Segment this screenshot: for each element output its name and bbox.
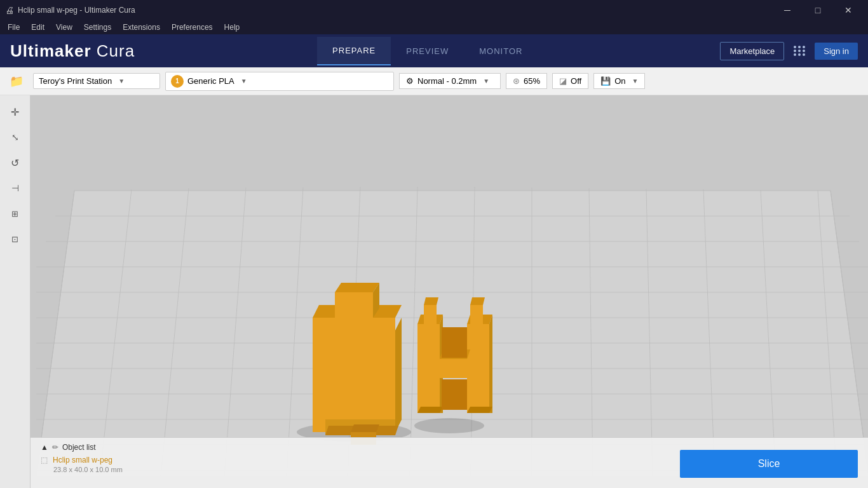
scale-icon: ⤡ [11, 132, 19, 142]
svg-marker-51 [467, 407, 492, 413]
menu-file[interactable]: File [3, 22, 25, 33]
header-right: Marketplace Sign in [720, 41, 858, 61]
move-tool-button[interactable]: ✛ [4, 100, 27, 123]
object-list-label: Object list [62, 443, 96, 452]
profile-dropdown-arrow: ▼ [483, 78, 489, 85]
viewport-canvas [31, 95, 868, 488]
svg-rect-57 [442, 379, 467, 410]
nav-tabs: PREPARE PREVIEW MONITOR [317, 37, 538, 65]
rotate-tool-button[interactable]: ↺ [4, 151, 27, 174]
printer-dropdown-arrow: ▼ [118, 78, 125, 85]
minimize-button[interactable]: ─ [773, 0, 802, 20]
folder-icon: 📁 [10, 74, 24, 88]
printer-name: Teroy's Print Station [39, 76, 112, 86]
tab-preview[interactable]: PREVIEW [391, 37, 464, 65]
settings-icon: ⚙ [406, 76, 414, 86]
titlebar: 🖨 Hclip small w-peg - Ultimaker Cura ─ □… [0, 0, 868, 20]
support-selector[interactable]: ⊛ 65% [506, 73, 547, 89]
rotate-icon: ↺ [11, 157, 19, 169]
maximize-button[interactable]: □ [803, 0, 832, 20]
toolbar: 📁 Teroy's Print Station ▼ 1 Generic PLA … [0, 67, 868, 95]
main-area: ✛ ⤡ ↺ ⊣ ⊞ ⊡ [0, 95, 868, 488]
move-icon: ✛ [11, 106, 19, 118]
svg-marker-36 [335, 283, 379, 292]
titlebar-controls: ─ □ ✕ [773, 0, 863, 20]
marketplace-button[interactable]: Marketplace [720, 42, 784, 60]
svg-rect-56 [442, 327, 467, 358]
logo-ultimaker: Ultimaker [10, 41, 92, 60]
infill-value: 65% [524, 76, 540, 86]
tab-prepare[interactable]: PREPARE [317, 37, 391, 65]
support-label: Off [571, 76, 581, 86]
material-selector[interactable]: 1 Generic PLA ▼ [165, 72, 394, 91]
mirror-tool-button[interactable]: ⊣ [4, 177, 27, 200]
svg-marker-47 [489, 315, 492, 413]
arrange-icon: ⊞ [11, 209, 18, 219]
slice-button-container: Slice [680, 450, 858, 478]
svg-rect-33 [313, 318, 395, 432]
menu-view[interactable]: View [51, 22, 78, 33]
svg-marker-50 [417, 407, 443, 413]
tools-sidebar: ✛ ⤡ ↺ ⊣ ⊞ ⊡ [0, 95, 31, 488]
svg-rect-45 [467, 324, 489, 413]
material-icon: 1 [171, 75, 184, 88]
arrange-tool-button[interactable]: ⊞ [4, 202, 27, 225]
header: Ultimaker Cura PREPARE PREVIEW MONITOR M… [0, 34, 868, 67]
svg-rect-52 [424, 305, 437, 324]
menu-settings[interactable]: Settings [79, 22, 116, 33]
support-icon: ⊛ [513, 76, 520, 86]
support-structure-icon: ◪ [559, 76, 567, 86]
svg-rect-42 [417, 324, 440, 413]
adhesion-label: On [614, 76, 625, 86]
adhesion-toggle[interactable]: 💾 On ▼ [593, 73, 645, 89]
support-tool-button[interactable]: ⊡ [4, 227, 27, 250]
svg-marker-41 [351, 424, 379, 432]
app-logo: Ultimaker Cura [10, 41, 135, 61]
svg-marker-53 [424, 297, 438, 305]
mirror-icon: ⊣ [11, 183, 19, 193]
menu-help[interactable]: Help [219, 22, 245, 33]
svg-rect-48 [440, 359, 467, 378]
3d-viewport[interactable]: ▲ ✏ Object list ⬚ Hclip small w-peg 23.8… [31, 95, 868, 488]
svg-rect-54 [470, 305, 483, 324]
profile-selector[interactable]: ⚙ Normal - 0.2mm ▼ [399, 73, 501, 89]
logo-cura: Cura [97, 41, 135, 60]
slice-button[interactable]: Slice [680, 450, 858, 478]
grid-icon [794, 46, 806, 56]
profile-name: Normal - 0.2mm [417, 76, 477, 86]
menu-extensions[interactable]: Extensions [118, 22, 165, 33]
save-to-disk-icon: 💾 [600, 76, 611, 86]
svg-point-29 [414, 418, 484, 433]
menu-edit[interactable]: Edit [26, 22, 50, 33]
svg-rect-35 [335, 292, 373, 318]
svg-marker-55 [470, 297, 485, 305]
menu-preferences[interactable]: Preferences [166, 22, 218, 33]
apps-grid-button[interactable] [789, 41, 810, 61]
menubar: File Edit View Settings Extensions Prefe… [0, 20, 868, 34]
tab-monitor[interactable]: MONITOR [464, 37, 538, 65]
collapse-icon[interactable]: ▲ [41, 443, 48, 452]
svg-marker-32 [395, 318, 402, 432]
material-dropdown-arrow: ▼ [241, 78, 247, 85]
titlebar-left: 🖨 Hclip small w-peg - Ultimaker Cura [5, 5, 135, 15]
support-edit-icon: ⊡ [11, 234, 18, 244]
object-name: Hclip small w-peg [53, 456, 112, 464]
window-title: Hclip small w-peg - Ultimaker Cura [18, 6, 135, 15]
support-toggle[interactable]: ◪ Off [552, 73, 588, 89]
open-folder-button[interactable]: 📁 [5, 70, 28, 93]
scale-tool-button[interactable]: ⤡ [4, 126, 27, 149]
app-icon: 🖨 [5, 5, 14, 15]
material-name: Generic PLA [187, 76, 234, 86]
printer-selector[interactable]: Teroy's Print Station ▼ [33, 73, 160, 89]
edit-icon: ✏ [52, 443, 58, 452]
adhesion-dropdown-arrow: ▼ [632, 78, 638, 85]
signin-button[interactable]: Sign in [815, 43, 858, 60]
close-button[interactable]: ✕ [834, 0, 863, 20]
object-icon: ⬚ [41, 456, 48, 464]
